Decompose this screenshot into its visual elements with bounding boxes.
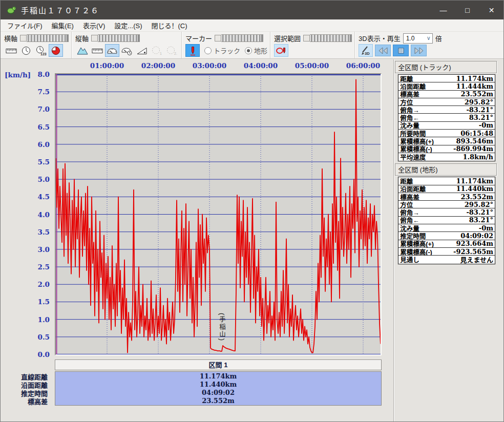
stat-label: 標高差	[400, 193, 419, 201]
vaxis-speed-time-button[interactable]	[120, 44, 134, 57]
speed-line	[56, 79, 381, 352]
stat-value: 11.174km	[456, 177, 493, 185]
marker-group: マーカー トラック 地形	[182, 32, 270, 58]
chart-pane: 01:00:0002:00:0003:00:0004:00:0005:00:00…	[1, 59, 393, 421]
mountain-icon	[76, 46, 89, 56]
y-tick-label: 5.5	[21, 158, 50, 166]
menu-item[interactable]: 表示(V)	[78, 19, 110, 32]
playback-rewind-button[interactable]	[375, 45, 391, 56]
menu-item[interactable]: 編集(E)	[47, 19, 78, 32]
maximize-button[interactable]: □	[455, 1, 479, 19]
haxis-distance-button[interactable]	[4, 44, 18, 57]
stat-row: 沈み量-0m	[398, 224, 495, 232]
stat-label: 俯角→	[400, 208, 419, 216]
ruler-icon	[5, 46, 17, 56]
stat-label: 累積標高(-)	[400, 248, 432, 256]
playback-unit-label: 倍	[435, 33, 442, 43]
y-tick-label: 5.0	[21, 175, 50, 183]
svg-text:3D: 3D	[365, 51, 370, 56]
marker-pen-button[interactable]	[185, 44, 200, 57]
playback-label: 3D表示・再生	[359, 33, 401, 43]
stat-row: 沿面距離11.440km	[398, 185, 495, 193]
marker-terrain-radio[interactable]: 地形	[245, 46, 267, 55]
stat-row: 累積標高(+)923.664m	[398, 240, 495, 248]
speed-line-chart	[56, 74, 381, 354]
segment-row-label: 直線距離	[1, 372, 51, 380]
marker-track-radio[interactable]: トラック	[204, 46, 240, 55]
vaxis-grade-button[interactable]	[135, 44, 149, 57]
ruler-icon	[91, 46, 103, 56]
close-button[interactable]: ✕	[479, 1, 503, 19]
stats-pane: 全区間 (トラック) 距離11.174km沿面距離11.444km標高差23.5…	[393, 59, 503, 421]
rewind-icon	[377, 47, 389, 55]
stat-value: 11.444km	[456, 82, 493, 90]
speedometer-clock-icon	[121, 46, 133, 56]
haxis-time-button[interactable]	[19, 44, 33, 57]
stat-value: 23.552m	[460, 193, 493, 201]
stat-label: 距離	[400, 75, 413, 82]
y-tick-label: 1.5	[21, 298, 50, 306]
stat-label: 俯角←	[400, 217, 419, 224]
stat-label: 距離	[400, 177, 413, 185]
y-tick-label: 2.5	[21, 263, 50, 271]
speedometer-icon	[106, 46, 118, 56]
selection-range-label: 選択範囲	[274, 33, 301, 43]
segment-row-value: 11.440km	[55, 381, 381, 389]
horizontal-axis-scale-slider[interactable]	[20, 34, 69, 42]
stat-row: 俯角←83.21°	[398, 114, 495, 121]
stat-value: 04:09:02	[460, 232, 493, 240]
vaxis-elevation-button[interactable]	[75, 44, 90, 57]
menu-item[interactable]: ファイル(F)	[3, 19, 47, 32]
app-window: 手稲山１７０７２６ — □ ✕ ファイル(F)編集(E)表示(V)設定...(S…	[0, 0, 504, 422]
selection-range-slider[interactable]	[303, 34, 352, 42]
segment-row-label: 推定時間	[1, 388, 51, 396]
stat-label: 沿面距離	[400, 185, 426, 193]
stats-track-header: 全区間 (トラック)	[395, 61, 497, 73]
app-icon	[7, 6, 16, 14]
window-controls: — □ ✕	[431, 1, 503, 19]
radio-dot-selected-icon	[245, 47, 252, 54]
custom-1-icon: 1	[151, 46, 163, 56]
vaxis-custom2-button[interactable]: 2.	[164, 44, 179, 57]
playback-stop-button[interactable]	[393, 45, 409, 56]
playback-speed-select[interactable]: 1.0 ∨	[403, 33, 433, 44]
y-tick-label: 4.5	[21, 193, 50, 201]
stat-value: 23.552m	[460, 91, 493, 98]
stat-value: 295.82°	[465, 201, 493, 208]
selection-range-group: 選択範囲	[270, 32, 355, 58]
y-tick-label: 6.5	[21, 123, 50, 131]
minimize-button[interactable]: —	[431, 1, 455, 19]
menu-item[interactable]: 閉じる！(C)	[146, 19, 192, 32]
vaxis-speed-button[interactable]	[105, 44, 119, 57]
summit-annotation: (手稲山)	[218, 313, 225, 342]
playback-forward-button[interactable]	[411, 45, 427, 56]
playback-speed-value: 1.0	[406, 35, 415, 42]
stat-row: 標高差23.552m	[398, 193, 495, 201]
x-tick-label: 04:00:00	[240, 61, 281, 70]
vertical-axis-group: 縦軸	[72, 32, 182, 58]
marker-pen-icon	[186, 46, 199, 56]
clock-123-icon: 123	[35, 46, 47, 56]
menu-item[interactable]: 設定...(S)	[110, 19, 146, 32]
vaxis-custom1-button[interactable]: 1	[150, 44, 164, 57]
y-tick-label: 1.0	[21, 315, 50, 324]
vaxis-distance-button[interactable]	[90, 44, 104, 57]
stat-row: 沿面距離11.444km	[398, 82, 495, 90]
speed-chart-plot[interactable]: (手稲山)	[55, 73, 382, 355]
haxis-time-number-button[interactable]: 123	[34, 44, 48, 57]
stat-label: 方位	[400, 201, 413, 208]
stat-label: 所要時間	[400, 130, 426, 137]
stat-label: 沿面距離	[400, 82, 426, 90]
stat-value: -83.21°	[466, 106, 493, 114]
selection-lasso-button[interactable]	[274, 44, 288, 57]
stat-value: -0m	[479, 224, 493, 232]
playback-3d-button[interactable]: 3D	[359, 44, 373, 57]
haxis-elapsed-time-button[interactable]	[49, 44, 63, 57]
stat-label: 累積標高(+)	[400, 240, 434, 248]
vertical-axis-scale-slider[interactable]	[91, 34, 140, 42]
title-bar: 手稲山１７０７２６ — □ ✕	[1, 1, 503, 19]
stat-row: 所要時間06:15:48	[398, 130, 495, 137]
marker-position-slider[interactable]	[215, 34, 263, 42]
segment-row-label: 沿面距離	[1, 380, 51, 388]
y-tick-label: 3.5	[21, 228, 50, 236]
